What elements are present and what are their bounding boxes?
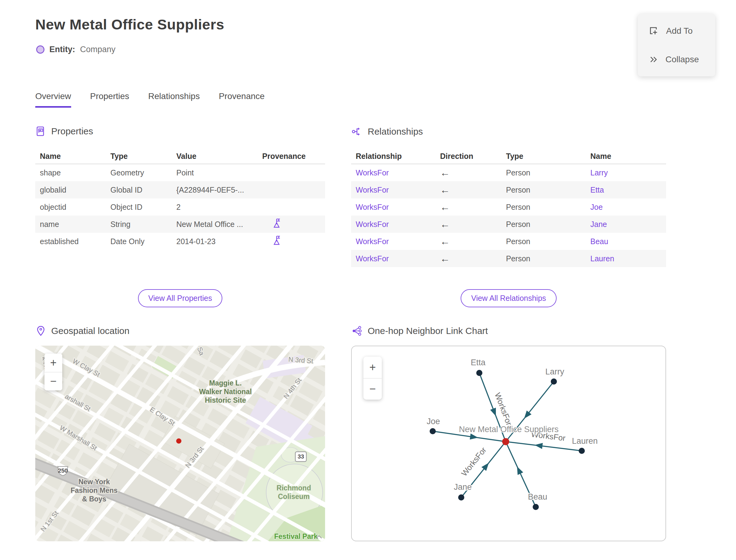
map-canvas[interactable]: k Rd W Clay St Sa N 3rd St N 4th St arsh… xyxy=(35,346,325,541)
place-label: & Boys xyxy=(82,495,106,503)
provenance-flag-icon[interactable] xyxy=(271,218,282,229)
map-zoom-control: + − xyxy=(44,354,62,390)
tab-relationships[interactable]: Relationships xyxy=(148,91,200,108)
relationship-link[interactable]: WorksFor xyxy=(351,237,435,246)
direction-arrow: ← xyxy=(435,201,501,213)
rel-type: Person xyxy=(501,168,586,177)
prop-value: {A228944F-0EF5-... xyxy=(172,186,258,194)
chart-zoom-control: + − xyxy=(363,357,382,400)
prop-type: Geometry xyxy=(106,168,172,177)
view-all-relationships-button[interactable]: View All Relationships xyxy=(461,289,556,307)
table-row: WorksFor ← Person Etta xyxy=(351,181,666,198)
relationships-table-header: Relationship Direction Type Name xyxy=(351,149,666,164)
node-center[interactable] xyxy=(502,438,509,445)
entity-link[interactable]: Jane xyxy=(586,220,666,229)
rel-type: Person xyxy=(501,237,586,246)
node-label: Joe xyxy=(427,417,440,426)
table-row: objectid Object ID 2 xyxy=(35,198,325,216)
tab-provenance-label: Provenance xyxy=(219,91,264,101)
add-to-button[interactable]: Add To xyxy=(648,25,705,36)
entity-link[interactable]: Larry xyxy=(586,168,666,177)
link-chart-icon xyxy=(351,325,363,337)
relationship-link[interactable]: WorksFor xyxy=(351,186,435,194)
relationships-table: Relationship Direction Type Name WorksFo… xyxy=(351,149,666,267)
col-direction: Direction xyxy=(435,152,501,161)
node-label: Jane xyxy=(454,482,472,492)
rel-type: Person xyxy=(501,220,586,229)
direction-arrow: ← xyxy=(435,219,501,230)
col-type: Type xyxy=(106,152,172,161)
table-row: WorksFor ← Person Beau xyxy=(351,233,666,250)
relationships-section-header: Relationships xyxy=(351,126,423,137)
table-row: WorksFor ← Person Jane xyxy=(351,216,666,233)
collapse-button[interactable]: Collapse xyxy=(648,54,705,65)
shield-label: 33 xyxy=(297,453,304,460)
tab-properties-label: Properties xyxy=(90,91,129,101)
provenance-flag-icon[interactable] xyxy=(271,235,282,246)
table-row: WorksFor ← Person Larry xyxy=(351,164,666,181)
center-node-label: New Metal Office Suppliers xyxy=(459,425,558,434)
direction-arrow: ← xyxy=(435,253,501,264)
col-name: Name xyxy=(35,152,106,161)
relationships-icon xyxy=(351,126,363,137)
link-chart-card: WorksFor WorksFor WorksFor Etta Larry Jo… xyxy=(351,346,666,541)
table-row: established Date Only 2014-01-23 xyxy=(35,233,325,250)
relationship-link[interactable]: WorksFor xyxy=(351,203,435,212)
direction-arrow: ← xyxy=(435,236,501,247)
rel-type: Person xyxy=(501,186,586,194)
chart-edge-labels: WorksFor WorksFor WorksFor xyxy=(459,391,566,478)
entity-link[interactable]: Joe xyxy=(586,203,666,212)
tab-properties[interactable]: Properties xyxy=(90,91,129,108)
entity-badge-row: Entity: Company xyxy=(36,45,116,54)
node-joe[interactable] xyxy=(430,428,436,434)
prop-value: 2 xyxy=(172,203,258,212)
col-name: Name xyxy=(586,152,666,161)
place-label: Fashion Mens xyxy=(71,486,117,494)
view-all-properties-button[interactable]: View All Properties xyxy=(138,289,223,307)
relationship-link[interactable]: WorksFor xyxy=(351,254,435,263)
page-title: New Metal Office Suppliers xyxy=(35,16,224,33)
entity-type-value: Company xyxy=(80,45,116,54)
map-card: k Rd W Clay St Sa N 3rd St N 4th St arsh… xyxy=(35,346,325,541)
chart-zoom-out-button[interactable]: − xyxy=(363,378,382,400)
direction-arrow: ← xyxy=(435,184,501,196)
chevrons-right-icon xyxy=(648,54,659,65)
properties-button-row: View All Properties xyxy=(35,289,325,307)
tab-provenance[interactable]: Provenance xyxy=(219,91,264,108)
prop-name: name xyxy=(35,220,106,229)
entity-link[interactable]: Etta xyxy=(586,186,666,194)
entity-link[interactable]: Lauren xyxy=(586,254,666,263)
relationship-link[interactable]: WorksFor xyxy=(351,168,435,177)
place-label: Maggie L. xyxy=(209,379,242,387)
relationship-link[interactable]: WorksFor xyxy=(351,220,435,229)
node-label: Larry xyxy=(545,367,564,376)
entity-link[interactable]: Beau xyxy=(586,237,666,246)
node-label: Beau xyxy=(528,492,547,501)
node-larry[interactable] xyxy=(551,378,557,385)
prop-value: Point xyxy=(172,168,258,177)
properties-section-header: Properties xyxy=(35,126,93,137)
node-etta[interactable] xyxy=(476,370,482,376)
link-chart-canvas[interactable]: WorksFor WorksFor WorksFor Etta Larry Jo… xyxy=(352,346,665,541)
entity-overview-page: New Metal Office Suppliers Entity: Compa… xyxy=(0,0,736,560)
node-beau[interactable] xyxy=(533,504,539,510)
node-lauren[interactable] xyxy=(579,448,585,454)
properties-section-title: Properties xyxy=(51,126,93,136)
prop-value: New Metal Office ... xyxy=(172,220,258,229)
chart-zoom-in-button[interactable]: + xyxy=(363,357,382,378)
map-location-marker xyxy=(176,439,182,444)
tab-overview[interactable]: Overview xyxy=(35,91,71,108)
place-label: Walker National xyxy=(199,388,252,396)
node-jane[interactable] xyxy=(458,494,464,501)
properties-table: Name Type Value Provenance shape Geometr… xyxy=(35,149,325,250)
map-zoom-in-button[interactable]: + xyxy=(44,354,62,372)
prop-provenance xyxy=(258,235,325,248)
relationships-section-title: Relationships xyxy=(368,126,423,137)
prop-type: String xyxy=(106,220,172,229)
entity-label: Entity: xyxy=(49,45,75,54)
col-relationship: Relationship xyxy=(351,152,435,161)
map-zoom-out-button[interactable]: − xyxy=(44,372,62,391)
prop-provenance xyxy=(258,218,325,231)
edge-label: WorksFor xyxy=(459,445,488,478)
tab-bar: Overview Properties Relationships Proven… xyxy=(35,91,265,108)
